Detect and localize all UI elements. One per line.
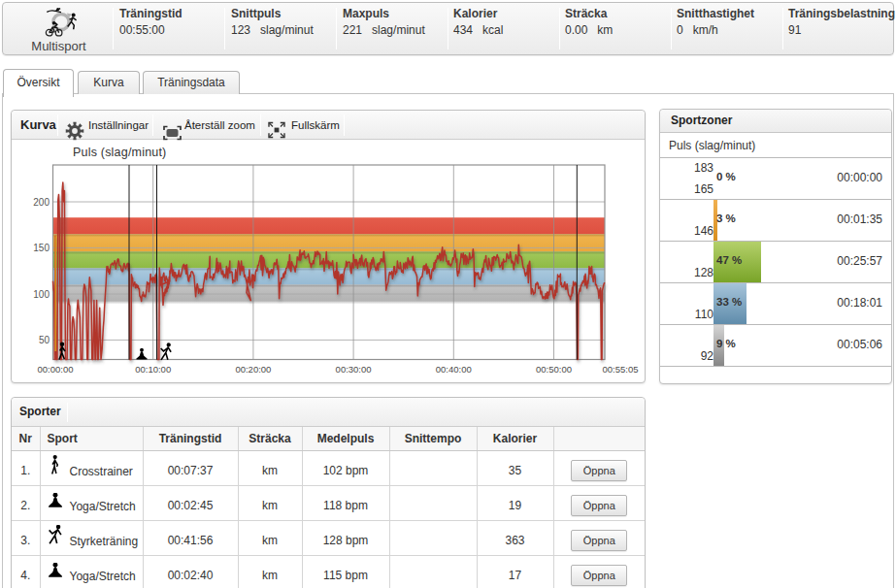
- svg-text:00:55:05: 00:55:05: [603, 364, 639, 375]
- svg-text:Puls (slag/minut): Puls (slag/minut): [73, 146, 167, 159]
- svg-text:00:40:00: 00:40:00: [436, 364, 472, 375]
- svg-text:00:10:00: 00:10:00: [135, 364, 171, 375]
- svg-text:150: 150: [33, 243, 50, 253]
- svg-text:00:20:00: 00:20:00: [235, 364, 271, 375]
- svg-text:50: 50: [39, 335, 50, 345]
- svg-text:200: 200: [33, 197, 50, 208]
- svg-text:00:00:00: 00:00:00: [38, 364, 74, 375]
- svg-text:00:30:00: 00:30:00: [336, 364, 372, 375]
- svg-text:100: 100: [33, 289, 50, 300]
- svg-text:00:50:00: 00:50:00: [536, 364, 572, 375]
